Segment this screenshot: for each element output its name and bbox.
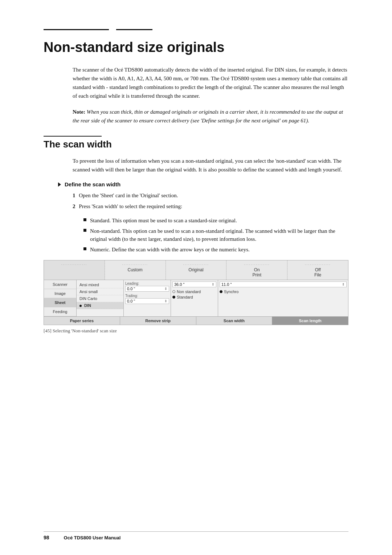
trailing-value-field[interactable]: 0.0 " ⇕ (125, 298, 169, 304)
tab-off-file[interactable]: ··············· OffFile (287, 260, 348, 280)
paper-item-ansi-mixed-label: Ansi mixed (79, 283, 99, 287)
scan-length-value-row: 11.0 " ⇕ (220, 281, 347, 287)
remove-strip-panel: Leading: 0.0 " ⇕ Trailing: 0.0 " ⇕ (124, 280, 171, 316)
tab-on-print-dots: ··············· (229, 263, 284, 267)
tabs-row: ··············· ··············· Custom ·… (44, 260, 348, 280)
page-number: 98 (44, 535, 49, 540)
bottom-tab-scan-length-label: Scan length (299, 319, 321, 323)
note-block: Note: When you scan thick, thin or damag… (73, 108, 348, 125)
standard-radio-row[interactable]: Standard (172, 295, 216, 299)
section-intro: To prevent the loss of information when … (73, 157, 348, 174)
paper-series-list: Ansi mixed Ansi small DIN Carto DIN (77, 280, 123, 311)
bottom-tab-bar: Paper series Remove strip Scan width Sca… (44, 316, 348, 325)
tab-empty-dots: ··············· (47, 263, 102, 267)
step-2-num: 2 (73, 203, 75, 209)
leading-spinner-icon[interactable]: ⇕ (164, 287, 167, 291)
leading-label: Leading: (125, 281, 169, 285)
paper-item-din[interactable]: DIN (77, 302, 123, 309)
trailing-field-row: Trailing: 0.0 " ⇕ (125, 294, 169, 304)
tab-original-dots: ··············· (169, 263, 224, 267)
page-title: Non-standard size originals (44, 40, 348, 55)
section-title-wrap: The scan width (44, 136, 348, 150)
scan-length-panel: 11.0 " ⇕ Synchro (218, 280, 348, 316)
bullet-item-1: Standard. This option must be used to sc… (83, 216, 348, 225)
standard-label: Standard (177, 295, 193, 299)
bottom-tab-scan-length[interactable]: Scan length (272, 317, 348, 325)
subsection-title: Define the scan width (65, 181, 121, 187)
bullet-icon-1 (83, 218, 86, 221)
paper-series-panel: Ansi mixed Ansi small DIN Carto DIN (77, 280, 124, 316)
sidebar-item-sheet-label: Sheet (55, 300, 66, 305)
tab-on-print[interactable]: ··············· OnPrint (226, 260, 287, 280)
title-bar-left (44, 29, 109, 30)
scan-width-value-field[interactable]: 36.0 " ⇕ (172, 281, 216, 287)
bullet-icon-2 (83, 229, 86, 232)
figure-caption: [45] Selecting 'Non-standard' scan size (44, 328, 348, 334)
tab-off-file-label: OffFile (290, 267, 345, 278)
bottom-tab-scan-width-label: Scan width (224, 319, 245, 323)
scan-length-value: 11.0 " (221, 282, 232, 287)
tab-custom[interactable]: ··············· Custom (105, 260, 166, 280)
tab-custom-label: Custom (108, 267, 163, 272)
bottom-tab-remove-strip[interactable]: Remove strip (120, 317, 196, 325)
sidebar-item-feeding[interactable]: Feeding (44, 307, 76, 316)
step-2: 2 Press 'Scan width' to select the requi… (73, 202, 348, 211)
note-content: When you scan thick, thin or damaged ori… (73, 109, 343, 123)
bullet-text-2: Non-standard. This option can be used to… (90, 227, 348, 243)
tab-original-label: Original (169, 267, 224, 272)
trailing-spinner-icon[interactable]: ⇕ (164, 299, 167, 303)
step-1-text: Open the 'Sheet' card in the 'Original' … (79, 193, 178, 198)
sidebar-item-sheet[interactable]: Sheet (44, 298, 76, 307)
section-title-bar (44, 136, 102, 137)
non-standard-radio-button[interactable] (172, 290, 175, 293)
step-1-num: 1 (73, 193, 75, 198)
page: Non-standard size originals The scanner … (0, 0, 392, 555)
title-decoration (44, 29, 348, 37)
sidebar-item-image[interactable]: Image (44, 289, 76, 298)
page-footer: 98 Océ TDS800 User Manual (44, 531, 348, 540)
paper-item-ansi-small[interactable]: Ansi small (77, 288, 123, 295)
paper-item-ansi-mixed[interactable]: Ansi mixed (77, 281, 123, 288)
bottom-tab-scan-width[interactable]: Scan width (196, 317, 273, 325)
bottom-tab-remove-strip-label: Remove strip (145, 319, 171, 323)
scan-width-spinner-icon[interactable]: ⇕ (212, 283, 215, 286)
scan-width-panel: 36.0 " ⇕ Non standard Standard (171, 280, 218, 316)
bullet-text-3: Numeric. Define the scan width with the … (90, 246, 250, 254)
bullet-item-3: Numeric. Define the scan width with the … (83, 246, 348, 254)
sidebar-item-feeding-label: Feeding (53, 309, 68, 314)
paper-item-din-dot (79, 305, 82, 307)
paper-item-din-label: DIN (84, 303, 91, 308)
title-bar-right (116, 29, 152, 30)
sidebar-item-image-label: Image (54, 291, 66, 296)
non-standard-radio-row[interactable]: Non standard (172, 289, 216, 294)
non-standard-label: Non standard (177, 289, 201, 294)
tab-original[interactable]: ··············· Original (166, 260, 227, 280)
synchro-radio-button[interactable] (220, 290, 222, 293)
intro-paragraph: The scanner of the Océ TDS800 automatica… (73, 65, 348, 100)
section-heading: The scan width (44, 139, 348, 150)
ui-sidebar: Scanner Image Sheet Feeding (44, 280, 77, 316)
standard-radio-button[interactable] (172, 296, 175, 299)
bottom-tab-paper-series[interactable]: Paper series (44, 317, 120, 325)
bullet-icon-3 (83, 247, 86, 250)
trailing-label: Trailing: (125, 294, 169, 298)
bullet-text-1: Standard. This option must be used to sc… (90, 216, 237, 225)
leading-field-row: Leading: 0.0 " ⇕ (125, 281, 169, 292)
scan-length-value-field[interactable]: 11.0 " ⇕ (220, 281, 347, 287)
subsection-heading-wrap: Define the scan width (58, 181, 348, 187)
sidebar-item-scanner[interactable]: Scanner (44, 280, 76, 289)
scan-width-value-row: 36.0 " ⇕ (172, 281, 216, 287)
paper-item-din-carto[interactable]: DIN Carto (77, 295, 123, 302)
tab-on-print-label: OnPrint (229, 267, 284, 278)
bullet-list: Standard. This option must be used to sc… (83, 216, 348, 254)
synchro-label: Synchro (224, 289, 238, 294)
step-1: 1 Open the 'Sheet' card in the 'Original… (73, 191, 348, 200)
trailing-value: 0.0 " (127, 299, 135, 303)
leading-value-field[interactable]: 0.0 " ⇕ (125, 286, 169, 292)
scan-length-spinner-icon[interactable]: ⇕ (342, 283, 345, 286)
synchro-radio-row[interactable]: Synchro (220, 289, 347, 294)
leading-value: 0.0 " (127, 287, 135, 291)
subsection-triangle-icon (58, 182, 61, 187)
step-2-text: Press 'Scan width' to select the require… (79, 203, 182, 209)
paper-item-ansi-small-label: Ansi small (79, 289, 98, 294)
